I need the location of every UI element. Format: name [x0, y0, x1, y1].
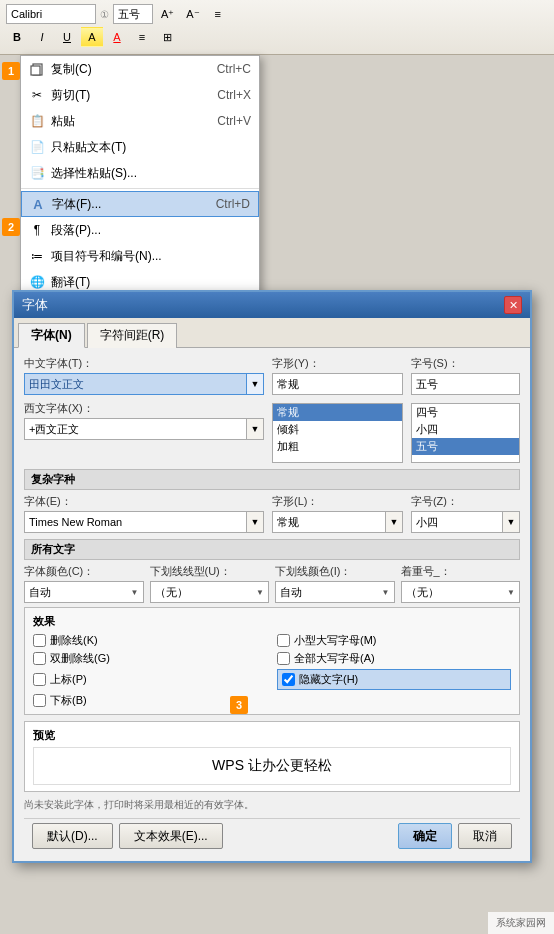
all-text-header: 所有文字 [24, 539, 520, 560]
menu-item-bullets[interactable]: ≔ 项目符号和编号(N)... [21, 243, 259, 269]
toolbar-row1: ① A⁺ A⁻ ≡ [6, 4, 548, 24]
western-font-dropdown[interactable]: ▼ [246, 418, 264, 440]
chinese-font-group: 中文字体(T)： ▼ [24, 356, 264, 395]
dialog-title: 字体 [22, 296, 48, 314]
hidden-label[interactable]: 隐藏文字(H) [299, 672, 358, 687]
size-item-small4[interactable]: 小四 [412, 421, 519, 438]
emphasis-dropdown[interactable]: （无） ▼ [401, 581, 521, 603]
all-text-row: 字体颜色(C)： 自动 ▼ 下划线线型(U)： （无） ▼ 下划线颜色(I)： … [24, 564, 520, 603]
subscript-checkbox[interactable] [33, 694, 46, 707]
font-shrink-button[interactable]: A⁻ [182, 4, 203, 24]
superscript-checkbox[interactable] [33, 673, 46, 686]
hidden-checkbox[interactable] [282, 673, 295, 686]
font-color-button[interactable]: A [106, 27, 128, 47]
align-button[interactable]: ≡ [131, 27, 153, 47]
font-size-input[interactable] [113, 4, 153, 24]
strikethrough-label[interactable]: 删除线(K) [50, 633, 98, 648]
underline-color-label: 下划线颜色(I)： [275, 564, 395, 579]
underline-button[interactable]: U [56, 27, 78, 47]
menu-item-paste-text[interactable]: 📄 只粘贴文本(T) [21, 134, 259, 160]
complex-style-input[interactable] [272, 511, 385, 533]
small-caps-label[interactable]: 小型大写字母(M) [294, 633, 377, 648]
font-grow-button[interactable]: A⁺ [157, 4, 178, 24]
complex-font-dropdown[interactable]: ▼ [246, 511, 264, 533]
complex-font-input[interactable] [24, 511, 246, 533]
small-caps-checkbox[interactable] [277, 634, 290, 647]
font-color-dropdown[interactable]: 自动 ▼ [24, 581, 144, 603]
size-listbox[interactable]: 四号 小四 五号 [411, 403, 520, 463]
font-dialog: 字体 ✕ 字体(N) 字符间距(R) 中文字体(T)： ▼ 字形(Y)： 字号(… [12, 290, 532, 863]
menu-item-paste-select[interactable]: 📑 选择性粘贴(S)... [21, 160, 259, 186]
complex-script-header: 复杂字种 [24, 469, 520, 490]
underline-type-dropdown[interactable]: （无） ▼ [150, 581, 270, 603]
ok-button[interactable]: 确定 [398, 823, 452, 849]
context-menu: 复制(C) Ctrl+C ✂ 剪切(T) Ctrl+X 📋 粘贴 Ctrl+V … [20, 55, 260, 322]
effect-superscript: 上标(P) [33, 669, 267, 690]
style-item-bold[interactable]: 加粗 [273, 438, 402, 455]
dialog-titlebar: 字体 ✕ [14, 292, 530, 318]
font-form-row2: 西文字体(X)： ▼ 常规 倾斜 加粗 四号 小四 五号 [24, 401, 520, 463]
size-input[interactable] [411, 373, 520, 395]
subscript-label[interactable]: 下标(B) [50, 693, 87, 708]
chinese-font-dropdown[interactable]: ▼ [246, 373, 264, 395]
underline-type-value: （无） [155, 585, 188, 600]
menu-item-paste[interactable]: 📋 粘贴 Ctrl+V [21, 108, 259, 134]
double-strikethrough-label[interactable]: 双删除线(G) [50, 651, 110, 666]
menu-item-font[interactable]: A 字体(F)... Ctrl+D [21, 191, 259, 217]
badge-3: 3 [230, 696, 248, 714]
size-item-5[interactable]: 五号 [412, 438, 519, 455]
translate-icon: 🌐 [27, 272, 47, 292]
font-color-value: 自动 [29, 585, 51, 600]
western-font-label: 西文字体(X)： [24, 401, 264, 416]
footer-right: 确定 取消 [398, 823, 512, 849]
italic-button[interactable]: I [31, 27, 53, 47]
chinese-font-label: 中文字体(T)： [24, 356, 264, 371]
menu-item-cut[interactable]: ✂ 剪切(T) Ctrl+X [21, 82, 259, 108]
highlight-button[interactable]: A [81, 27, 103, 47]
complex-size-group: 字号(Z)： ▼ [411, 494, 520, 533]
superscript-label[interactable]: 上标(P) [50, 672, 87, 687]
size-item-4[interactable]: 四号 [412, 404, 519, 421]
bold-button[interactable]: B [6, 27, 28, 47]
all-caps-checkbox[interactable] [277, 652, 290, 665]
dialog-close-button[interactable]: ✕ [504, 296, 522, 314]
cancel-button[interactable]: 取消 [458, 823, 512, 849]
complex-style-dropdown[interactable]: ▼ [385, 511, 403, 533]
tab-font[interactable]: 字体(N) [18, 323, 85, 348]
effects-title: 效果 [33, 614, 511, 629]
text-effect-button[interactable]: 文本效果(E)... [119, 823, 223, 849]
strikethrough-checkbox[interactable] [33, 634, 46, 647]
emphasis-group: 着重号_： （无） ▼ [401, 564, 521, 603]
effect-hidden: 隐藏文字(H) [277, 669, 511, 690]
complex-size-input[interactable] [411, 511, 502, 533]
style-listbox[interactable]: 常规 倾斜 加粗 [272, 403, 403, 463]
tab-spacing[interactable]: 字符间距(R) [87, 323, 178, 348]
badge-1: 1 [2, 62, 20, 80]
style-input[interactable] [272, 373, 403, 395]
style-group: 字形(Y)： [272, 356, 403, 395]
chinese-font-input[interactable] [24, 373, 246, 395]
complex-size-dropdown[interactable]: ▼ [502, 511, 520, 533]
emphasis-value: （无） [406, 585, 439, 600]
style-item-regular[interactable]: 常规 [273, 404, 402, 421]
preview-title: 预览 [33, 728, 511, 743]
size-list-group: 四号 小四 五号 [411, 401, 520, 463]
western-font-input[interactable] [24, 418, 246, 440]
font-color-arrow: ▼ [131, 588, 139, 597]
double-strikethrough-checkbox[interactable] [33, 652, 46, 665]
all-caps-label[interactable]: 全部大写字母(A) [294, 651, 375, 666]
format-button[interactable]: ≡ [208, 4, 228, 24]
font-name-input[interactable] [6, 4, 96, 24]
default-button[interactable]: 默认(D)... [32, 823, 113, 849]
style-item-italic[interactable]: 倾斜 [273, 421, 402, 438]
menu-item-copy[interactable]: 复制(C) Ctrl+C [21, 56, 259, 82]
underline-color-arrow: ▼ [382, 588, 390, 597]
complex-style-label: 字形(L)： [272, 494, 403, 509]
preview-text: WPS 让办公更轻松 [212, 757, 332, 775]
underline-color-value: 自动 [280, 585, 302, 600]
border-table-button[interactable]: ⊞ [156, 27, 178, 47]
underline-type-label: 下划线线型(U)： [150, 564, 270, 579]
menu-item-paragraph[interactable]: ¶ 段落(P)... [21, 217, 259, 243]
emphasis-arrow: ▼ [507, 588, 515, 597]
underline-color-dropdown[interactable]: 自动 ▼ [275, 581, 395, 603]
